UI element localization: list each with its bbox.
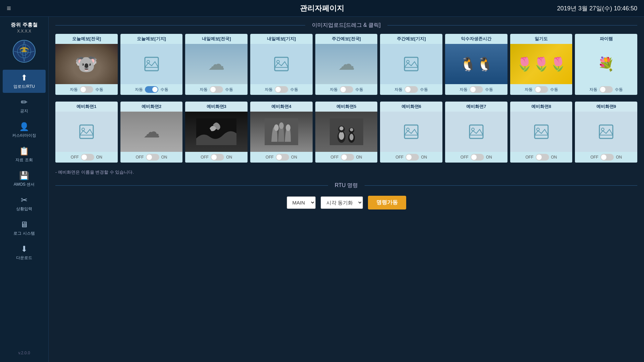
rtu-line-left [55,185,328,186]
image-card-today-base[interactable]: 오늘예보[기지] 자동 수동 [120,34,183,95]
rtu-command-select[interactable]: 시각 동기화 재시작 업데이트 [321,196,363,209]
toggle-off-7: OFF [461,155,469,160]
image-card-today-nation[interactable]: 오늘예보[전국] 🐨 자동 수동 [55,34,118,95]
svg-point-3 [23,49,25,51]
toggle-switch-p5[interactable] [341,154,354,161]
card-img-tomorrow-base [250,44,313,84]
preview-card-8[interactable]: 예비화면8 OFF ON [510,102,573,163]
image-card-tomorrow-nation[interactable]: 내일예보[전국] ☁ 자동 수동 [185,34,248,95]
image-card-survival[interactable]: 익수자생존시간 🐧🐧 자동 수동 [445,34,507,95]
sidebar-version: v.2.0.0 [18,351,30,357]
sidebar-user: 증위 주홍철 X.X.X.X [11,22,37,34]
sidebar-label-customize: 커스터마이징 [12,133,36,138]
toggle-knob-8 [600,87,605,92]
preview-title-1: 예비화면1 [75,102,98,112]
preview-toggle-5: OFF ON [315,152,378,163]
toggle-switch-p2[interactable] [146,154,159,161]
sidebar-item-situation[interactable]: ✂ 상황입력 [3,192,46,215]
rtu-section-title: RTU 명령 [328,182,365,189]
card-toggle-today-nation: 자동 수동 [55,84,118,95]
toggle-knob-p6 [406,155,412,160]
toggle-off-1: OFF [71,155,79,160]
sidebar-label-notice: 공지 [20,108,28,114]
toggle-switch-3[interactable] [275,86,288,93]
upload-section-title: 이미지업로드[드레그 & 클릭] [305,22,387,29]
toggle-switch-4[interactable] [340,86,353,93]
toggle-off-4: OFF [266,155,274,160]
toggle-switch-7[interactable] [535,86,548,93]
toggle-on-8: ON [551,155,557,160]
svg-point-23 [350,134,354,140]
card-title-today-base: 오늘예보[기지] [136,34,167,44]
card-toggle-tomorrow-nation: 자동 수동 [185,84,248,95]
card-title-tomorrow-base: 내일예보[기지] [266,34,298,44]
toggle-switch-p7[interactable] [471,154,484,161]
toggle-switch-2[interactable] [210,86,223,93]
upload-section-header: 이미지업로드[드레그 & 클릭] [55,22,637,29]
card-title-today-nation: 오늘예보[전국] [71,34,103,44]
toggle-label-auto-0: 자동 [70,87,78,93]
toggle-switch-p8[interactable] [536,154,549,161]
toggle-switch-p4[interactable] [276,154,289,161]
toggle-switch-8[interactable] [599,86,613,93]
preview-card-3[interactable]: 예비화면3 OFF ON [185,102,248,163]
preview-card-4[interactable]: 예비화면4 OFF [250,102,313,163]
preview-toggle-4: OFF ON [250,152,313,163]
preview-card-7[interactable]: 예비화면7 OFF ON [445,102,507,163]
toggle-knob-4 [340,87,346,92]
toggle-switch-p3[interactable] [211,154,224,161]
card-img-weekly-base [380,44,442,84]
card-title-diary: 일기도 [533,34,549,44]
toggle-switch-6[interactable] [470,86,483,93]
card-img-tomorrow-nation: ☁ [185,44,248,84]
svg-rect-17 [330,118,363,145]
image-card-weekly-nation[interactable]: 주간예보[전국] ☁ 자동 수동 [315,34,378,95]
image-card-tomorrow-base[interactable]: 내일예보[기지] 자동 수동 [250,34,313,95]
toggle-switch-0[interactable] [80,86,93,93]
image-card-firecamp[interactable]: 파이램 💐 자동 수동 [575,34,637,95]
toggle-switch-5[interactable] [405,86,418,93]
card-title-survival: 익수자생존시간 [460,34,493,44]
card-toggle-survival: 자동 수동 [445,84,507,95]
card-toggle-diary: 자동 수동 [510,84,573,95]
preview-note: - 예비화면은 이름을 변경할 수 있습니다. [55,169,637,175]
toggle-on-6: ON [421,155,427,160]
toggle-switch-1[interactable] [145,86,158,93]
sidebar-item-amos[interactable]: 💾 AMOS 센서 [3,168,46,191]
toggle-knob-p2 [147,155,152,160]
svg-point-25 [350,128,353,131]
menu-icon[interactable]: ≡ [7,4,11,13]
toggle-knob-2 [210,87,216,92]
preview-img-1 [55,112,118,152]
toggle-switch-p6[interactable] [406,154,419,161]
preview-card-9[interactable]: 예비화면9 OFF ON [575,102,637,163]
header: ≡ 관리자페이지 2019년 3월 27일(수) 10:46:50 [0,0,644,17]
toggle-switch-p1[interactable] [81,154,94,161]
preview-title-3: 예비화면3 [205,102,228,112]
sidebar-item-data[interactable]: 📋 자료 조회 [3,143,46,166]
sidebar-item-upload[interactable]: ⬆ 업로드/RTU [3,70,46,93]
sidebar-item-download[interactable]: ⬇ 다운로드 [3,241,46,264]
card-toggle-today-base: 자동 수동 [120,84,183,95]
sidebar-item-customize[interactable]: 👤 커스터마이징 [3,119,46,142]
toggle-label-auto-4: 자동 [330,87,338,93]
preview-card-2[interactable]: 예비화면2 ☁ OFF ON [120,102,183,163]
image-card-weekly-base[interactable]: 주간예보[기지] 자동 수동 [380,34,442,95]
toggle-switch-p9[interactable] [600,154,614,161]
toggle-knob-7 [535,87,541,92]
rtu-execute-button[interactable]: 명령가동 [368,196,406,209]
sidebar-item-log[interactable]: 🖥 로그 시스템 [3,217,46,240]
preview-card-5[interactable]: 예비화면5 [315,102,378,163]
sidebar-label-upload: 업로드/RTU [13,84,35,89]
sidebar-item-notice[interactable]: ✏ 공지 [3,94,46,117]
rtu-line-right [365,185,637,186]
preview-card-6[interactable]: 예비화면6 OFF ON [380,102,442,163]
preview-toggle-7: OFF ON [445,152,507,163]
rtu-device-select[interactable]: MAIN SUB1 SUB2 [287,196,316,209]
preview-title-8: 예비화면8 [530,102,552,112]
card-title-weekly-base: 주간예보[기지] [395,34,427,44]
card-toggle-weekly-nation: 자동 수동 [315,84,378,95]
image-card-diary[interactable]: 일기도 🌷🌷🌷 자동 수동 [510,34,573,95]
card-img-today-base [120,44,183,84]
preview-card-1[interactable]: 예비화면1 OFF ON [55,102,118,163]
